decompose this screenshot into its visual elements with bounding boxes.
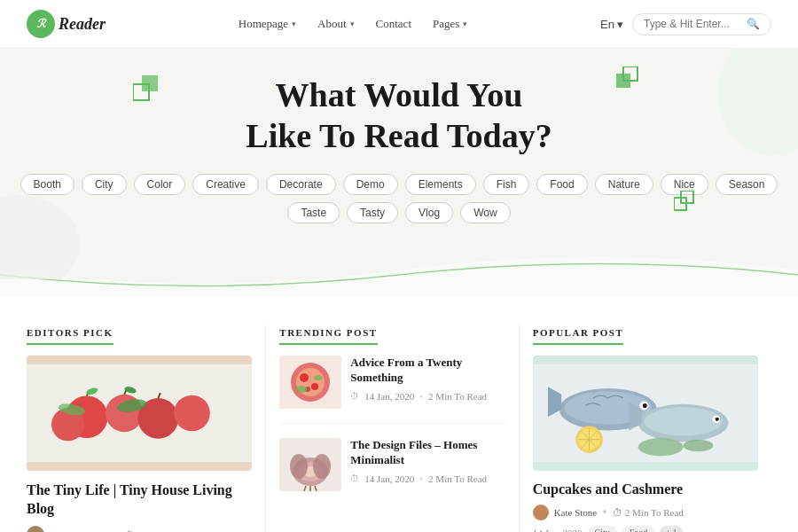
chevron-down-icon: ▾ [350, 20, 355, 28]
decorative-squares-left [133, 75, 168, 114]
chevron-down-icon: ▾ [292, 20, 296, 28]
svg-point-51 [683, 440, 713, 452]
popular-post-title: POPULAR POST [533, 327, 624, 345]
tag-fish[interactable]: Fish [483, 174, 530, 195]
svg-point-13 [174, 395, 210, 432]
trending-item-1: Advice From a Twenty Something ⏱ 14 Jan,… [279, 356, 505, 424]
tag-city[interactable]: City [588, 526, 617, 532]
clock-icon: ⏱ [350, 391, 359, 401]
logo[interactable]: ℛ Reader [27, 10, 106, 38]
tag-wow[interactable]: Wow [460, 202, 510, 223]
svg-point-34 [290, 454, 308, 479]
svg-point-50 [638, 438, 683, 456]
tag-creative[interactable]: Creative [192, 174, 259, 195]
popular-article-title: Cupcakes and Cashmere [533, 481, 758, 497]
svg-point-35 [313, 454, 331, 479]
svg-point-43 [642, 403, 646, 408]
tag-decorate[interactable]: Decorate [266, 174, 336, 195]
tag-food[interactable]: Food [536, 174, 587, 195]
navbar: ℛ Reader Homepage ▾ About ▾ Contact Page… [0, 0, 798, 49]
svg-point-48 [715, 418, 718, 421]
svg-point-26 [311, 383, 318, 390]
trending-thumb-1 [279, 356, 341, 409]
tag-elements[interactable]: Elements [405, 174, 476, 195]
clock-icon: ⏱ [613, 507, 622, 518]
nav-right: En ▾ 🔍 [600, 13, 771, 35]
search-icon: 🔍 [747, 18, 760, 31]
author-avatar [27, 526, 44, 532]
read-time: ⏱ 2 Min To Read [125, 529, 196, 532]
tag-demo[interactable]: Demo [343, 174, 398, 195]
trending-post-title: TRENDING POST [279, 327, 377, 345]
editors-pick-image [27, 356, 252, 471]
popular-author-avatar [533, 505, 549, 520]
trending-thumb-2 [279, 438, 341, 491]
nav-contact[interactable]: Contact [376, 17, 411, 31]
svg-point-6 [718, 49, 798, 155]
trending-info-2: The Design Files – Homes Minimalist ⏱ 14… [350, 438, 505, 491]
trending-article-title-2: The Design Files – Homes Minimalist [350, 438, 505, 468]
svg-point-25 [300, 373, 309, 382]
popular-article-meta: 14 Jan, 2020 City Food + 1 [533, 526, 758, 532]
more-tags[interactable]: + 1 [660, 526, 682, 532]
trending-post-column: TRENDING POST Advice From a Twenty Somet… [266, 324, 518, 532]
search-input[interactable] [644, 18, 741, 30]
svg-point-46 [644, 407, 722, 435]
chevron-down-icon: ▾ [463, 20, 467, 28]
popular-author-name: Kate Stone [554, 507, 598, 518]
svg-point-29 [314, 375, 323, 380]
trending-info-1: Advice From a Twenty Something ⏱ 14 Jan,… [350, 356, 505, 409]
hero-section: What Would You Like To Read Today? Booth… [0, 49, 798, 297]
logo-text: Reader [59, 15, 106, 34]
tag-tasty[interactable]: Tasty [347, 202, 398, 223]
trending-article-title-1: Advice From a Twenty Something [350, 356, 505, 386]
nav-pages[interactable]: Pages ▾ [433, 17, 467, 31]
chevron-down-icon: ▾ [617, 18, 623, 31]
popular-post-image [533, 356, 758, 471]
author-name: Charls Xaviar [51, 529, 106, 532]
popular-read-time: ⏱ 2 Min To Read [613, 507, 684, 518]
search-box[interactable]: 🔍 [632, 13, 771, 35]
tag-taste[interactable]: Taste [287, 202, 340, 223]
editors-pick-title: EDITORS PICK [27, 327, 113, 345]
nav-homepage[interactable]: Homepage ▾ [239, 17, 296, 31]
popular-post-column: POPULAR POST [520, 324, 771, 532]
trending-meta-2: ⏱ 14 Jan, 2020 • 2 Min To Read [350, 473, 505, 484]
nav-links: Homepage ▾ About ▾ Contact Pages ▾ [239, 17, 468, 31]
nav-about[interactable]: About ▾ [317, 17, 355, 31]
blob-decoration-left [0, 173, 160, 279]
editors-pick-column: EDITORS PICK [27, 324, 265, 532]
trending-item-2: The Design Files – Homes Minimalist ⏱ 14… [279, 438, 505, 505]
svg-rect-1 [142, 75, 158, 91]
popular-author-info: Kate Stone • ⏱ 2 Min To Read [533, 505, 758, 520]
svg-point-7 [0, 195, 80, 279]
logo-icon: ℛ [27, 10, 55, 38]
tag-vlog[interactable]: Vlog [405, 202, 453, 223]
svg-point-28 [296, 386, 307, 393]
blob-decoration [621, 49, 798, 208]
editors-article-title: The Tiny Life | Tiny House Living Blog [27, 481, 252, 519]
language-selector[interactable]: En ▾ [600, 18, 623, 31]
content-section: EDITORS PICK [0, 297, 798, 532]
tag-food[interactable]: Food [622, 526, 655, 532]
author-info: Charls Xaviar • ⏱ 2 Min To Read [27, 526, 252, 532]
clock-icon: ⏱ [350, 473, 359, 483]
trending-meta-1: ⏱ 14 Jan, 2020 • 2 Min To Read [350, 391, 505, 402]
